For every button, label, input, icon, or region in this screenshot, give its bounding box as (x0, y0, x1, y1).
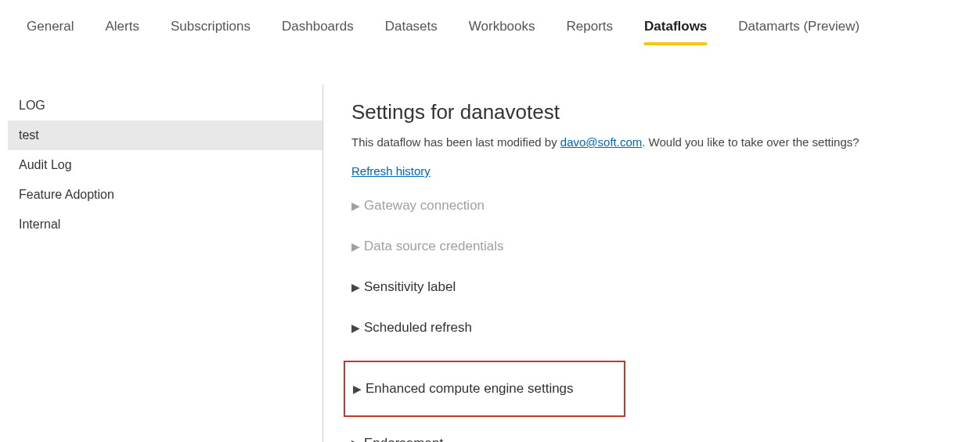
section-gateway-connection[interactable]: ▶ Gateway connection (351, 198, 980, 214)
refresh-history-link[interactable]: Refresh history (351, 164, 431, 178)
caret-right-icon: ▶ (353, 383, 362, 395)
page-title: Settings for danavotest (351, 100, 980, 124)
tab-datasets[interactable]: Datasets (385, 19, 438, 45)
tab-datamarts[interactable]: Datamarts (Preview) (738, 19, 859, 45)
section-label: Endorsement (364, 436, 443, 442)
section-enhanced-compute-engine[interactable]: ▶ Enhanced compute engine settings (344, 361, 625, 417)
sidebar: LOG test Audit Log Feature Adoption Inte… (0, 84, 323, 442)
tab-subscriptions[interactable]: Subscriptions (171, 19, 250, 45)
section-label: Scheduled refresh (364, 320, 472, 336)
section-label: Gateway connection (364, 198, 485, 214)
caret-right-icon: ▶ (351, 281, 360, 293)
tab-alerts[interactable]: Alerts (105, 19, 139, 45)
tab-reports[interactable]: Reports (567, 19, 614, 45)
tab-workbooks[interactable]: Workbooks (469, 19, 535, 45)
caret-right-icon: ▶ (351, 199, 360, 212)
tab-dashboards[interactable]: Dashboards (282, 19, 354, 45)
section-scheduled-refresh[interactable]: ▶ Scheduled refresh (351, 320, 980, 336)
sidebar-item-internal[interactable]: Internal (8, 210, 322, 239)
caret-right-icon: ▶ (351, 437, 360, 442)
section-sensitivity-label[interactable]: ▶ Sensitivity label (351, 279, 980, 295)
section-label: Data source credentials (364, 239, 504, 254)
page-description: This dataflow has been last modified by … (351, 135, 980, 149)
section-label: Enhanced compute engine settings (366, 381, 574, 397)
sidebar-item-test[interactable]: test (8, 120, 322, 150)
owner-email-link[interactable]: davo@soft.com (560, 135, 642, 149)
desc-prefix: This dataflow has been last modified by (351, 135, 560, 149)
desc-suffix: . Would you like to take over the settin… (642, 135, 859, 149)
section-data-source-credentials[interactable]: ▶ Data source credentials (351, 239, 980, 254)
main-panel: Settings for danavotest This dataflow ha… (323, 84, 980, 442)
sidebar-item-feature-adoption[interactable]: Feature Adoption (8, 180, 322, 210)
sidebar-item-audit-log[interactable]: Audit Log (8, 150, 322, 180)
sidebar-item-log[interactable]: LOG (8, 91, 322, 120)
tab-general[interactable]: General (27, 19, 74, 45)
tab-dataflows[interactable]: Dataflows (644, 19, 707, 45)
caret-right-icon: ▶ (351, 322, 360, 334)
caret-right-icon: ▶ (351, 240, 360, 253)
section-endorsement[interactable]: ▶ Endorsement (351, 436, 980, 442)
top-tabs: General Alerts Subscriptions Dashboards … (0, 0, 980, 45)
section-label: Sensitivity label (364, 279, 456, 295)
